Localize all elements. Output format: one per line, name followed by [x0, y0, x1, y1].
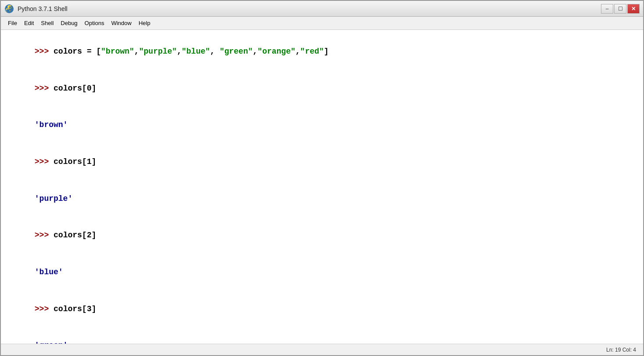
- output-purple: 'purple': [6, 181, 638, 218]
- menu-file[interactable]: File: [4, 18, 21, 28]
- str-brown: "brown": [101, 47, 134, 56]
- shell-line-4: >>> colors[2]: [6, 217, 638, 254]
- svg-point-1: [8, 6, 9, 7]
- str-blue: "blue": [182, 47, 210, 56]
- maximize-button[interactable]: ☐: [614, 4, 626, 14]
- menu-bar: File Edit Shell Debug Options Window Hel…: [1, 17, 643, 30]
- menu-window[interactable]: Window: [108, 18, 135, 28]
- prompt-1: >>>: [35, 47, 54, 56]
- str-green: "green": [219, 47, 253, 56]
- svg-point-2: [10, 10, 11, 11]
- main-window: Python 3.7.1 Shell – ☐ ✕ File Edit Shell…: [0, 0, 644, 356]
- title-bar-text: Python 3.7.1 Shell: [18, 5, 601, 12]
- output-brown: 'brown': [6, 107, 638, 144]
- shell-line-5: >>> colors[3]: [6, 291, 638, 328]
- str-red: "red": [300, 47, 324, 56]
- menu-help[interactable]: Help: [135, 18, 154, 28]
- shell-line-3: >>> colors[1]: [6, 144, 638, 181]
- menu-debug[interactable]: Debug: [57, 18, 81, 28]
- menu-shell[interactable]: Shell: [37, 18, 57, 28]
- prompt-4: >>>: [35, 231, 54, 240]
- close-button[interactable]: ✕: [627, 4, 640, 14]
- output-green-val: 'green': [6, 327, 638, 344]
- python-logo-icon: [4, 4, 14, 14]
- menu-edit[interactable]: Edit: [21, 18, 37, 28]
- str-orange: "orange": [258, 47, 295, 56]
- window-controls: – ☐ ✕: [601, 4, 640, 14]
- prompt-2: >>>: [35, 84, 54, 93]
- code-colors0: colors[0]: [54, 84, 96, 93]
- prompt-3: >>>: [35, 157, 54, 166]
- code-colors1: colors[1]: [54, 157, 96, 166]
- prompt-5: >>>: [35, 305, 54, 313]
- menu-options[interactable]: Options: [81, 18, 108, 28]
- code-colors3: colors[3]: [54, 305, 96, 313]
- title-bar: Python 3.7.1 Shell – ☐ ✕: [1, 1, 643, 17]
- shell-content[interactable]: >>> colors = ["brown","purple","blue", "…: [1, 30, 643, 344]
- status-text: Ln: 19 Col: 4: [606, 347, 636, 353]
- minimize-button[interactable]: –: [601, 4, 613, 14]
- shell-line-1: >>> colors = ["brown","purple","blue", "…: [6, 33, 638, 70]
- status-bar: Ln: 19 Col: 4: [1, 344, 643, 355]
- str-purple: "purple": [139, 47, 177, 56]
- output-blue-val: 'blue': [6, 254, 638, 291]
- shell-line-2: >>> colors[0]: [6, 70, 638, 107]
- code-colors-assign: colors = [: [54, 47, 101, 56]
- code-colors2: colors[2]: [54, 231, 96, 240]
